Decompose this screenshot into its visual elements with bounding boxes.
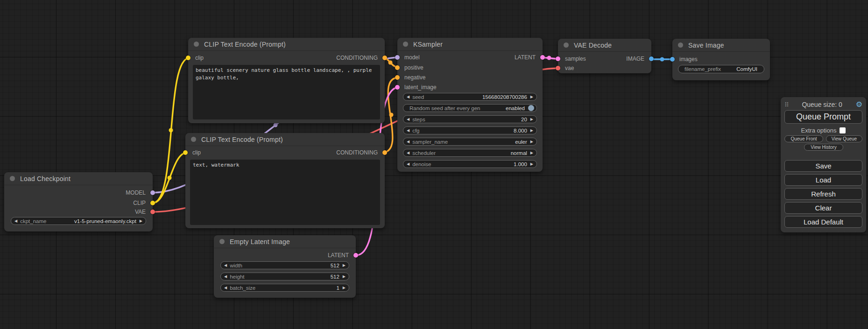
queue-prompt-button[interactable]: Queue Prompt <box>784 110 862 124</box>
output-slot-latent[interactable] <box>540 55 545 60</box>
collapse-dot[interactable] <box>194 42 199 47</box>
node-title-bar[interactable]: Load Checkpoint <box>4 172 153 185</box>
input-slot-negative[interactable] <box>395 75 400 80</box>
decrement-arrow-icon[interactable]: ◀ <box>407 118 409 121</box>
node-title-bar[interactable]: Save Image <box>672 39 770 52</box>
save-button[interactable]: Save <box>784 160 862 172</box>
widget-denoise[interactable]: ◀ denoise 1.000 ▶ <box>403 160 537 168</box>
queue-panel[interactable]: ⠿ Queue size: 0 ⚙ Queue Prompt Extra opt… <box>781 97 866 232</box>
decrement-arrow-icon[interactable]: ◀ <box>407 140 409 144</box>
increment-arrow-icon[interactable]: ▶ <box>530 95 533 99</box>
widget-scheduler[interactable]: ◀ scheduler normal ▶ <box>403 149 537 157</box>
collapse-dot[interactable] <box>219 239 225 244</box>
extra-options-checkbox[interactable] <box>840 127 846 133</box>
output-label-image: IMAGE <box>626 56 644 62</box>
decrement-arrow-icon[interactable]: ◀ <box>407 162 409 166</box>
node-title-bar[interactable]: Empty Latent Image <box>214 235 356 248</box>
node-clip-text-encode-negative[interactable]: CLIP Text Encode (Prompt) clip CONDITION… <box>185 133 385 228</box>
input-label-model: model <box>404 54 420 61</box>
node-vae-decode[interactable]: VAE Decode samples IMAGE vae <box>558 39 651 73</box>
output-slot-clip[interactable] <box>150 201 155 205</box>
input-slot-samples[interactable] <box>556 56 560 61</box>
input-label-vae: vae <box>565 65 574 71</box>
increment-arrow-icon[interactable]: ▶ <box>530 151 533 155</box>
decrement-arrow-icon[interactable]: ◀ <box>407 129 409 133</box>
increment-arrow-icon[interactable]: ▶ <box>343 286 346 290</box>
prompt-textarea[interactable]: beautiful scenery nature glass bottle la… <box>193 65 380 119</box>
node-title-bar[interactable]: KSampler <box>397 38 543 51</box>
increment-arrow-icon[interactable]: ▶ <box>343 275 346 279</box>
input-slot-model[interactable] <box>395 55 400 60</box>
input-slot-clip[interactable] <box>183 150 188 155</box>
input-slot-vae[interactable] <box>556 66 560 70</box>
output-label-conditioning: CONDITIONING <box>336 55 378 61</box>
node-clip-text-encode-positive[interactable]: CLIP Text Encode (Prompt) clip CONDITION… <box>188 38 385 123</box>
collapse-dot[interactable] <box>403 42 408 47</box>
output-slot-vae[interactable] <box>150 210 155 214</box>
wire-dot-clip-negative <box>168 176 172 180</box>
node-load-checkpoint[interactable]: Load Checkpoint MODEL CLIP VAE ◀ ckpt_na… <box>4 172 153 231</box>
node-title-bar[interactable]: VAE Decode <box>558 39 651 52</box>
wire-dot-conditioning-positive <box>388 61 393 65</box>
extra-options-label: Extra options <box>801 127 837 134</box>
widget-filename-prefix[interactable]: filename_prefix ComfyUI <box>678 65 764 73</box>
decrement-arrow-icon[interactable]: ◀ <box>224 286 227 290</box>
queue-front-button[interactable]: Queue Front <box>784 135 823 142</box>
input-slot-latent-image[interactable] <box>395 85 400 90</box>
collapse-dot[interactable] <box>678 42 683 48</box>
refresh-button[interactable]: Refresh <box>784 188 862 200</box>
increment-arrow-icon[interactable]: ▶ <box>343 264 346 267</box>
input-label-clip: clip <box>195 55 204 61</box>
widget-steps[interactable]: ◀ steps 20 ▶ <box>403 115 537 123</box>
decrement-arrow-icon[interactable]: ◀ <box>407 151 409 155</box>
increment-arrow-icon[interactable]: ▶ <box>530 140 533 144</box>
widget-random-seed-toggle[interactable]: Random seed after every gen enabled <box>403 104 537 112</box>
node-save-image[interactable]: Save Image images filename_prefix ComfyU… <box>672 39 770 80</box>
increment-arrow-icon[interactable]: ▶ <box>530 129 533 133</box>
drag-handle-icon[interactable]: ⠿ <box>784 101 789 108</box>
toggle-enabled-icon[interactable] <box>528 105 534 111</box>
prompt-textarea[interactable]: text, watermark <box>190 160 380 225</box>
node-title: KSampler <box>413 41 443 48</box>
decrement-arrow-icon[interactable]: ◀ <box>407 95 409 99</box>
collapse-dot[interactable] <box>191 137 196 142</box>
widget-width[interactable]: ◀ width 512 ▶ <box>220 261 349 269</box>
load-button[interactable]: Load <box>784 174 862 186</box>
clear-button[interactable]: Clear <box>784 202 862 214</box>
view-history-button[interactable]: View History <box>804 144 843 151</box>
widget-sampler-name[interactable]: ◀ sampler_name euler ▶ <box>403 138 537 146</box>
widget-seed[interactable]: ◀ seed 156680208700286 ▶ <box>403 93 537 101</box>
widget-ckpt-name[interactable]: ◀ ckpt_name v1-5-pruned-emaonly.ckpt ▶ <box>11 217 146 225</box>
output-slot-conditioning[interactable] <box>382 150 387 155</box>
decrement-arrow-icon[interactable]: ◀ <box>14 219 17 223</box>
increment-arrow-icon[interactable]: ▶ <box>140 219 142 223</box>
increment-arrow-icon[interactable]: ▶ <box>530 118 533 121</box>
increment-arrow-icon[interactable]: ▶ <box>530 162 533 166</box>
decrement-arrow-icon[interactable]: ◀ <box>224 264 227 267</box>
widget-batch-size[interactable]: ◀ batch_size 1 ▶ <box>220 284 349 292</box>
node-graph-canvas[interactable]: CLIP Text Encode (Prompt) clip CONDITION… <box>0 0 868 329</box>
load-default-button[interactable]: Load Default <box>784 216 862 228</box>
wire-dot-conditioning-negative <box>389 113 394 117</box>
node-empty-latent-image[interactable]: Empty Latent Image LATENT ◀ width 512 ▶ … <box>214 235 356 298</box>
node-title-bar[interactable]: CLIP Text Encode (Prompt) <box>185 133 385 146</box>
collapse-dot[interactable] <box>10 176 15 181</box>
settings-gear-icon[interactable]: ⚙ <box>856 101 862 108</box>
output-slot-conditioning[interactable] <box>382 56 387 60</box>
output-slot-latent[interactable] <box>353 253 358 258</box>
widget-height[interactable]: ◀ height 512 ▶ <box>220 273 349 280</box>
view-queue-button[interactable]: View Queue <box>826 135 862 142</box>
widget-cfg[interactable]: ◀ cfg 8.000 ▶ <box>403 126 537 134</box>
input-slot-clip[interactable] <box>186 56 191 60</box>
collapse-dot[interactable] <box>564 42 569 48</box>
output-slot-model[interactable] <box>150 190 155 195</box>
node-ksampler[interactable]: KSampler model LATENT positive negative … <box>397 38 543 172</box>
input-label-samples: samples <box>565 56 586 62</box>
input-slot-positive[interactable] <box>395 65 400 70</box>
node-title-bar[interactable]: CLIP Text Encode (Prompt) <box>188 38 385 51</box>
decrement-arrow-icon[interactable]: ◀ <box>224 275 227 279</box>
node-title: Load Checkpoint <box>20 175 71 182</box>
input-slot-images[interactable] <box>670 57 675 62</box>
wire-dot-image <box>660 57 664 62</box>
output-slot-image[interactable] <box>649 56 654 61</box>
